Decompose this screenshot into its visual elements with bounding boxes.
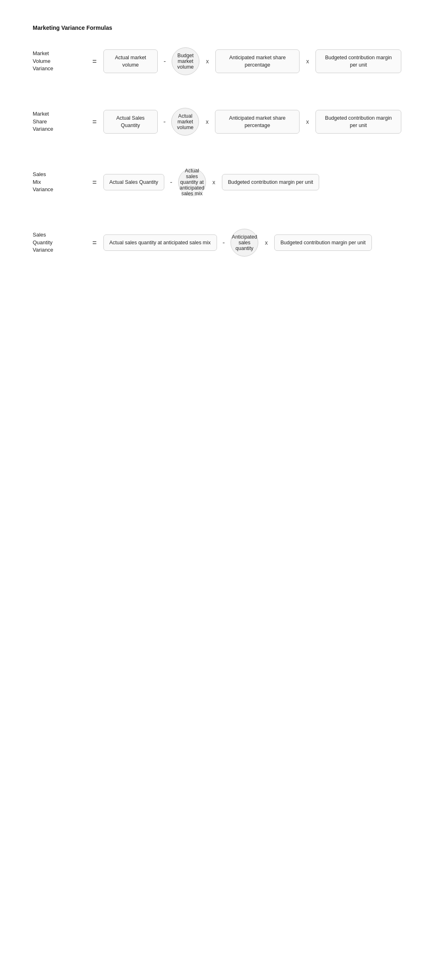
- sales-mix-variance-section: SalesMixVariance = Actual Sales Quantity…: [33, 168, 401, 196]
- term-budgeted-cm-4: Budgeted contribution margin per unit: [274, 234, 371, 251]
- term-anticipated-sales-qty-circle: Anticipated sales quantity: [230, 229, 258, 257]
- minus-op-4: -: [223, 239, 225, 247]
- market-share-variance-section: MarketShareVariance = Actual Sales Quant…: [33, 108, 401, 136]
- term-actual-market-volume-1: Actual market volume: [103, 49, 158, 73]
- term-anticipated-share-1: Anticipated market share percentage: [215, 49, 300, 73]
- page-title: Marketing Variance Formulas: [33, 25, 401, 31]
- term-actual-sales-qty-2: Actual Sales Quantity: [103, 174, 165, 190]
- equals-4: =: [92, 239, 97, 247]
- term-actual-market-volume-circle: Actual market volume: [171, 108, 199, 136]
- market-volume-variance-section: MarketVolumeVariance = Actual market vol…: [33, 47, 401, 75]
- term-budgeted-cm-3: Budgeted contribution margin per unit: [222, 174, 319, 190]
- minus-op-2: -: [163, 118, 166, 126]
- minus-op-1: -: [163, 57, 166, 65]
- times-op-6: x: [265, 239, 268, 246]
- equals-2: =: [92, 118, 97, 126]
- equals-3: =: [92, 178, 97, 187]
- sales-mix-variance-label: SalesMixVariance: [33, 171, 86, 194]
- term-budgeted-cm-1: Budgeted contribution margin per unit: [315, 49, 401, 73]
- page-container: Marketing Variance Formulas MarketVolume…: [0, 0, 434, 314]
- times-op-1: x: [206, 58, 209, 65]
- minus-op-3: -: [170, 178, 172, 186]
- sales-quantity-variance-label: SalesQuantityVariance: [33, 231, 86, 254]
- times-op-4: x: [306, 118, 309, 125]
- term-budget-market-volume-circle: Budget market volume: [172, 47, 199, 75]
- times-op-3: x: [206, 118, 208, 125]
- term-actual-sales-at-mix-circle: Actual sales quantity at anticipated sal…: [178, 168, 206, 196]
- times-op-2: x: [306, 58, 309, 65]
- term-budgeted-cm-2: Budgeted contribution margin per unit: [315, 110, 401, 134]
- term-actual-sales-at-mix: Actual sales quantity at anticipated sal…: [103, 234, 217, 251]
- sales-quantity-variance-section: SalesQuantityVariance = Actual sales qua…: [33, 229, 401, 257]
- equals-1: =: [92, 57, 97, 66]
- market-volume-variance-label: MarketVolumeVariance: [33, 50, 86, 73]
- market-share-variance-label: MarketShareVariance: [33, 110, 86, 134]
- term-actual-sales-qty-1: Actual Sales Quantity: [103, 110, 158, 134]
- term-anticipated-share-2: Anticipated market share percentage: [215, 110, 299, 134]
- times-op-5: x: [213, 179, 215, 185]
